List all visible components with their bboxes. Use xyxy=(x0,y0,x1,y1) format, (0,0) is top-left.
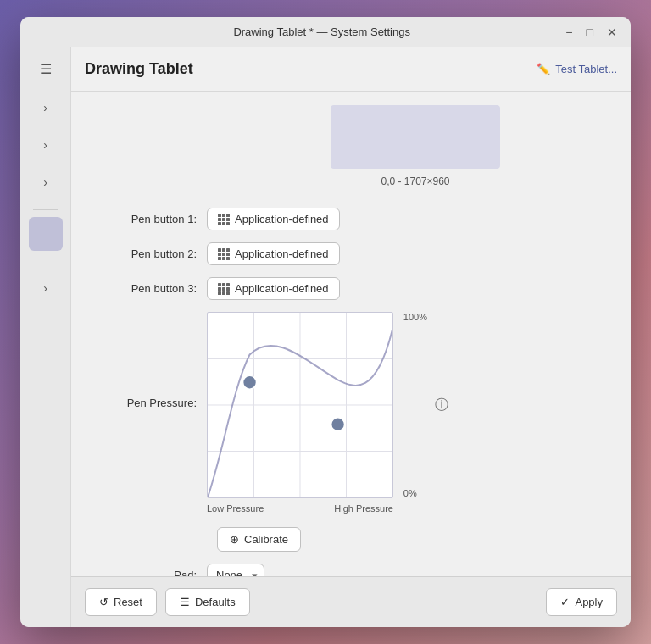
reset-label: Reset xyxy=(114,596,142,608)
pad-row: Pad: None xyxy=(88,564,614,576)
sidebar-menu-button[interactable]: ☰ xyxy=(33,54,58,84)
chevron-right-icon-3: › xyxy=(43,175,47,189)
titlebar-controls: − □ ✕ xyxy=(562,24,620,41)
calibrate-label: Calibrate xyxy=(244,533,288,546)
pen-pressure-label: Pen Pressure: xyxy=(88,312,207,409)
sidebar: ☰ › › › › xyxy=(20,47,71,627)
footer-left: ↺ Reset ☰ Defaults xyxy=(85,588,250,616)
reset-icon: ↺ xyxy=(99,596,108,608)
pen-button-3-value: Application-defined xyxy=(235,282,329,295)
test-tablet-button[interactable]: ✏️ Test Tablet... xyxy=(537,63,617,75)
sidebar-divider xyxy=(33,209,58,210)
pressure-x-labels: Low Pressure High Pressure xyxy=(207,503,393,514)
apply-button[interactable]: ✓ Apply xyxy=(546,588,617,616)
pen-button-2-label: Pen button 2: xyxy=(88,247,207,260)
pen-pressure-section: Pen Pressure: xyxy=(88,312,614,514)
calibrate-icon: ⊕ xyxy=(230,533,239,546)
scroll-area[interactable]: 0,0 - 1707×960 Pen button 1: Application… xyxy=(71,92,631,576)
defaults-button[interactable]: ☰ Defaults xyxy=(165,588,250,616)
pen-button-3-row: Pen button 3: Application-defined xyxy=(88,277,614,300)
content-header: Drawing Tablet ✏️ Test Tablet... xyxy=(71,47,631,92)
pressure-chart xyxy=(207,312,393,498)
sidebar-item-1[interactable]: › xyxy=(29,91,63,125)
pad-select[interactable]: None xyxy=(207,564,264,576)
chevron-right-icon: › xyxy=(43,101,47,114)
pressure-curve-svg xyxy=(207,312,393,498)
sidebar-item-3[interactable]: › xyxy=(29,165,63,199)
apply-check-icon: ✓ xyxy=(560,596,570,608)
pen-button-1-label: Pen button 1: xyxy=(88,213,207,225)
grid-icon-3 xyxy=(218,283,230,295)
info-icon[interactable]: ⓘ xyxy=(435,397,448,414)
pen-button-2-value: Application-defined xyxy=(235,247,329,260)
pen-button-1-button[interactable]: Application-defined xyxy=(207,208,340,230)
pen-button-2-button[interactable]: Application-defined xyxy=(207,242,340,265)
chevron-right-icon-4: › xyxy=(43,281,47,295)
minimize-button[interactable]: − xyxy=(562,24,576,41)
apply-label: Apply xyxy=(575,596,603,608)
sidebar-item-active[interactable] xyxy=(29,217,63,251)
pressure-0-label: 0% xyxy=(403,488,427,498)
grid-icon-2 xyxy=(218,248,230,260)
sidebar-item-bottom[interactable]: › xyxy=(29,271,63,305)
content-area: Drawing Tablet ✏️ Test Tablet... 0,0 - 1… xyxy=(71,47,631,627)
low-pressure-label: Low Pressure xyxy=(207,503,264,514)
pressure-y-labels: 100% 0% xyxy=(403,312,427,498)
hamburger-icon: ☰ xyxy=(40,62,52,76)
grid-icon-1 xyxy=(218,214,230,225)
pen-icon: ✏️ xyxy=(537,63,550,75)
calibrate-button[interactable]: ⊕ Calibrate xyxy=(217,527,301,552)
main-layout: ☰ › › › › Drawing Tablet ✏️ xyxy=(20,47,631,627)
pen-button-2-row: Pen button 2: Application-defined xyxy=(88,242,614,265)
monitor-preview xyxy=(331,105,500,169)
pressure-100-label: 100% xyxy=(403,312,427,322)
defaults-label: Defaults xyxy=(195,596,236,608)
pad-label: Pad: xyxy=(88,569,207,576)
calibrate-row: ⊕ Calibrate xyxy=(217,527,614,552)
pad-select-wrapper[interactable]: None xyxy=(207,564,264,576)
pen-button-3-button[interactable]: Application-defined xyxy=(207,277,340,300)
maximize-button[interactable]: □ xyxy=(583,24,597,41)
close-button[interactable]: ✕ xyxy=(604,24,620,41)
window-title: Drawing Tablet * — System Settings xyxy=(81,25,562,38)
main-window: Drawing Tablet * — System Settings − □ ✕… xyxy=(20,17,631,627)
reset-button[interactable]: ↺ Reset xyxy=(85,588,157,616)
titlebar: Drawing Tablet * — System Settings − □ ✕ xyxy=(20,17,631,47)
pen-button-3-label: Pen button 3: xyxy=(88,282,207,295)
pen-button-1-value: Application-defined xyxy=(235,213,329,225)
control-point-2[interactable] xyxy=(331,418,345,431)
page-title: Drawing Tablet xyxy=(85,60,193,78)
chevron-right-icon-2: › xyxy=(43,138,47,152)
test-tablet-label: Test Tablet... xyxy=(555,63,617,75)
footer: ↺ Reset ☰ Defaults ✓ Apply xyxy=(71,576,631,627)
pressure-chart-wrapper: 100% 0% Low Pressure High Pressure ⓘ xyxy=(207,312,393,514)
pen-button-1-row: Pen button 1: Application-defined xyxy=(88,208,614,230)
control-point-1[interactable] xyxy=(243,375,257,389)
high-pressure-label: High Pressure xyxy=(334,503,393,514)
defaults-icon: ☰ xyxy=(180,596,190,608)
sidebar-item-2[interactable]: › xyxy=(29,128,63,162)
monitor-label: 0,0 - 1707×960 xyxy=(381,175,449,187)
